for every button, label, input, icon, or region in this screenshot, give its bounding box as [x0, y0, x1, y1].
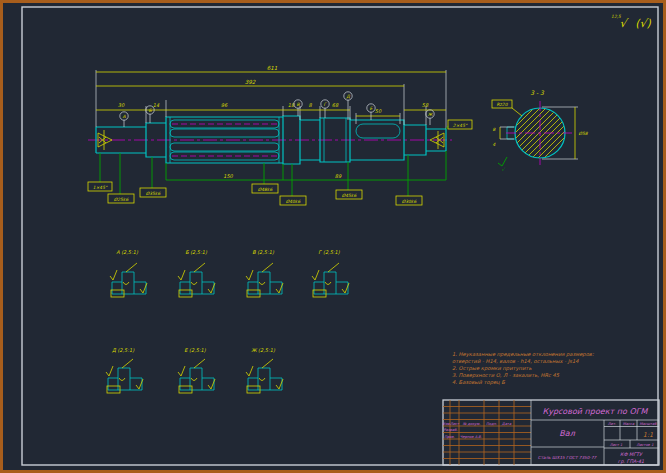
dim-label-overall: 611	[267, 65, 278, 71]
callout-label: Ø25k6	[114, 197, 130, 202]
detail-label: Г (2,5:1)	[318, 249, 340, 255]
roughness-paren-check-icon: (√)	[635, 17, 651, 30]
row-label-checked: Пров.	[444, 435, 454, 439]
dim-label: 50	[375, 108, 382, 114]
part-name: Вал	[559, 429, 575, 438]
dim-label: 14	[153, 102, 160, 108]
callout-label: 2×45°	[453, 123, 468, 128]
dim-label: 68	[332, 102, 339, 108]
detail-label: Ж (2,5:1)	[251, 347, 276, 353]
dim-label-diameter: Ø58	[578, 131, 588, 136]
scale-value: 1:1	[643, 431, 653, 439]
detail-label: Е (2,5:1)	[184, 347, 207, 353]
dim-label: 96	[221, 102, 228, 108]
detail-label: А (2,5:1)	[116, 249, 139, 255]
callout-label: Ø45k6	[342, 193, 358, 198]
callout-label: Rz20	[497, 102, 509, 107]
dim-label: 58	[422, 102, 429, 108]
column-header: № докум.	[463, 422, 481, 426]
dim-label-green: 150	[223, 173, 233, 179]
cad-canvas: 12,5 √ (√)	[0, 0, 666, 473]
lit-header: Лит.	[608, 422, 616, 426]
cad-drawing-sheet: 12,5 √ (√)	[0, 0, 666, 473]
callout-label: 1×45°	[93, 185, 108, 190]
note-line: 2. Острые кромки притупить	[452, 365, 532, 372]
sheet-number: Лист 1	[610, 443, 623, 447]
callout-label: Ø35k6	[146, 191, 162, 196]
dim-label: 4	[493, 142, 496, 147]
row-label-developed: Разраб.	[443, 428, 457, 432]
checker-name: Чернов А.В.	[460, 435, 482, 439]
section-label: 3 - 3	[530, 89, 545, 96]
note-line: отверстий - Н14, валов - h14, остальных …	[452, 358, 579, 365]
callout-label: Ø30k6	[402, 199, 418, 204]
organization-line1: КФ МГТУ	[620, 452, 643, 457]
note-line: 3. Поверхности О, Л - закалить, HRc 45	[452, 372, 560, 379]
detail-label: Д (2,5:1)	[112, 347, 135, 353]
dim-label-green: 89	[335, 173, 342, 179]
callout-label: Ø48k6	[258, 187, 274, 192]
project-title: Курсовой проект по ОГМ	[542, 407, 648, 416]
material-spec: Сталь ШХ15 ГОСТ 7350-77	[538, 455, 598, 460]
marker-letter: Д	[346, 94, 350, 99]
sheets-total: Листов 1	[637, 443, 655, 447]
dim-label: 30	[118, 102, 125, 108]
callout-label: Ø40k6	[286, 199, 302, 204]
note-line: 1. Неуказанные предельные отклонения раз…	[452, 351, 594, 358]
mass-header: Масса	[623, 422, 635, 426]
column-header: Лист	[450, 422, 460, 426]
note-line: 4. Базовый торец Б	[452, 379, 505, 386]
detail-label: Б (2,5:1)	[185, 249, 208, 255]
column-header: Подп.	[486, 422, 497, 426]
dim-label-second: 392	[245, 79, 256, 85]
organization-line2: гр. ГПА-41	[618, 459, 644, 464]
detail-label: В (2,5:1)	[252, 249, 275, 255]
column-header: Дата	[502, 422, 512, 426]
scale-header: Масштаб	[639, 422, 657, 426]
sheet-frame	[0, 0, 666, 473]
sheet-background	[0, 0, 666, 473]
